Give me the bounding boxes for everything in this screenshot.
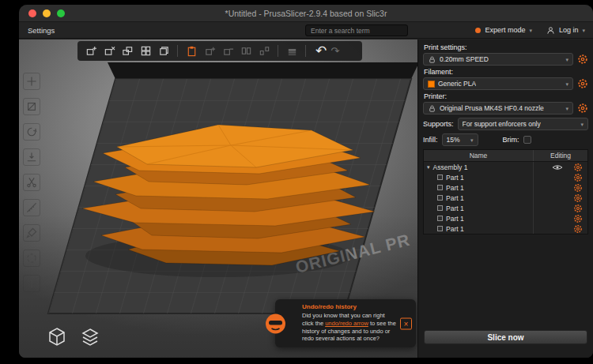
chevron-down-icon: ▾ bbox=[580, 122, 584, 127]
minimize-window-button[interactable] bbox=[43, 9, 51, 17]
place-on-face-tool-icon[interactable] bbox=[23, 148, 40, 166]
toast-text: Did you know that you can right click th… bbox=[302, 312, 397, 343]
cut-tool-icon[interactable] bbox=[23, 174, 40, 191]
gizmo-toolbar bbox=[23, 73, 40, 292]
chevron-down-icon: ▾ bbox=[565, 57, 568, 62]
filament-select[interactable]: Generic PLA ▾ bbox=[423, 77, 573, 90]
infill-select[interactable]: 15% ▾ bbox=[442, 133, 478, 146]
print-settings-select[interactable]: 0.20mm SPEED ▾ bbox=[423, 53, 573, 66]
editing-column-header: Editing bbox=[533, 150, 587, 161]
undo-button[interactable]: ↶ bbox=[315, 44, 327, 58]
top-toolbar: ↶ ↷ bbox=[77, 41, 362, 61]
login-button[interactable]: Log in ▾ bbox=[546, 26, 585, 35]
row-gear-icon[interactable] bbox=[573, 224, 583, 234]
chevron-down-icon: ▾ bbox=[470, 137, 474, 143]
slice-now-button[interactable]: Slice now bbox=[424, 330, 587, 344]
app-window: *Untitled - PrusaSlicer-2.9.4 based on S… bbox=[19, 5, 593, 358]
text-tool-icon[interactable] bbox=[23, 275, 40, 292]
viewport-3d[interactable]: ORIGINAL PR bbox=[19, 39, 417, 358]
object-row-part[interactable]: Part 1 bbox=[424, 223, 587, 234]
filament-label: Filament: bbox=[424, 68, 588, 76]
row-label: Part 1 bbox=[446, 194, 464, 202]
print-settings-label: Print settings: bbox=[424, 43, 588, 51]
layers-preview-toggle-icon[interactable] bbox=[77, 325, 103, 350]
toast-close-button[interactable]: × bbox=[400, 317, 412, 329]
zoom-window-button[interactable] bbox=[57, 9, 65, 17]
infill-value: 15% bbox=[447, 136, 460, 144]
delete-all-button[interactable] bbox=[120, 44, 134, 58]
object-row-part[interactable]: Part 1 bbox=[424, 213, 587, 223]
add-instance-button[interactable] bbox=[202, 44, 217, 58]
delete-object-button[interactable] bbox=[102, 44, 116, 58]
row-gear-icon[interactable] bbox=[573, 163, 583, 172]
view-toggles bbox=[44, 325, 103, 350]
toast-title: Undo/redo history bbox=[302, 303, 397, 310]
measure-tool-icon[interactable] bbox=[23, 199, 40, 216]
undo-redo-arrow-link[interactable]: undo/redo arrow bbox=[325, 320, 368, 327]
rotate-tool-icon[interactable] bbox=[23, 123, 40, 141]
object-row-part[interactable]: Part 1 bbox=[424, 182, 587, 193]
name-column-header: Name bbox=[424, 152, 533, 159]
traffic-lights bbox=[28, 9, 65, 17]
login-label: Log in bbox=[559, 26, 579, 34]
chevron-down-icon: ▾ bbox=[582, 28, 585, 33]
arrange-button[interactable] bbox=[138, 44, 153, 58]
search-input[interactable] bbox=[305, 24, 408, 36]
remove-instance-button[interactable] bbox=[221, 44, 235, 58]
object-row-assembly[interactable]: ▾ Assembly 1 bbox=[424, 162, 587, 172]
row-gear-icon[interactable] bbox=[573, 173, 583, 182]
titlebar: *Untitled - PrusaSlicer-2.9.4 based on S… bbox=[19, 5, 593, 22]
lock-icon bbox=[428, 104, 436, 113]
row-gear-icon[interactable] bbox=[573, 214, 583, 223]
row-gear-icon[interactable] bbox=[573, 183, 583, 193]
row-gear-icon[interactable] bbox=[573, 204, 583, 213]
support-paint-tool-icon[interactable] bbox=[23, 224, 40, 242]
part-cube-icon bbox=[437, 226, 443, 231]
edit-printer-gear-icon[interactable] bbox=[577, 103, 588, 114]
3d-view-toggle-icon[interactable] bbox=[44, 325, 70, 350]
split-objects-button[interactable] bbox=[239, 44, 253, 58]
object-row-part[interactable]: Part 1 bbox=[424, 203, 587, 213]
prusa-hint-icon bbox=[265, 313, 286, 334]
part-cube-icon bbox=[437, 185, 443, 190]
paste-button[interactable] bbox=[184, 44, 198, 58]
part-cube-icon bbox=[437, 216, 443, 221]
row-label: Part 1 bbox=[446, 225, 464, 233]
chevron-down-icon: ▾ bbox=[565, 81, 568, 87]
person-icon bbox=[546, 26, 555, 35]
split-parts-button[interactable] bbox=[257, 44, 271, 58]
close-window-button[interactable] bbox=[28, 9, 36, 17]
edit-filament-gear-icon[interactable] bbox=[577, 78, 588, 89]
eye-icon[interactable] bbox=[552, 163, 563, 171]
printer-frame bbox=[108, 62, 417, 79]
expert-mode-label: Expert mode bbox=[485, 26, 525, 34]
supports-label: Supports: bbox=[423, 120, 454, 128]
expander-icon[interactable]: ▾ bbox=[427, 164, 430, 171]
expert-mode-select[interactable]: Expert mode ▾ bbox=[475, 26, 532, 34]
window-title: *Untitled - PrusaSlicer-2.9.4 based on S… bbox=[225, 9, 387, 18]
right-panel: Print settings: 0.20mm SPEED ▾ Filament:… bbox=[417, 39, 593, 358]
object-row-part[interactable]: Part 1 bbox=[424, 193, 587, 203]
part-cube-icon bbox=[437, 195, 443, 201]
chevron-down-icon: ▾ bbox=[565, 106, 568, 111]
infill-label: Infill: bbox=[423, 136, 438, 144]
seam-paint-tool-icon[interactable] bbox=[23, 250, 40, 267]
brim-checkbox[interactable] bbox=[523, 136, 531, 144]
printer-label: Printer: bbox=[424, 92, 588, 100]
redo-button[interactable]: ↷ bbox=[330, 46, 339, 56]
scale-tool-icon[interactable] bbox=[23, 98, 40, 115]
add-object-button[interactable] bbox=[84, 44, 98, 58]
row-label: Part 1 bbox=[446, 184, 464, 192]
row-gear-icon[interactable] bbox=[573, 193, 583, 203]
supports-select[interactable]: For support enforcers only ▾ bbox=[458, 118, 588, 130]
supports-value: For support enforcers only bbox=[463, 120, 541, 128]
printer-select[interactable]: Original Prusa MK4S HF0.4 nozzle ▾ bbox=[423, 102, 573, 114]
notification-toast: Undo/redo history Did you know that you … bbox=[275, 299, 416, 347]
filament-value: Generic PLA bbox=[438, 80, 476, 88]
copy-button[interactable] bbox=[157, 44, 171, 58]
edit-print-settings-gear-icon[interactable] bbox=[577, 54, 588, 65]
object-row-part[interactable]: Part 1 bbox=[424, 172, 587, 182]
settings-tab[interactable]: Settings bbox=[28, 26, 55, 35]
layer-height-button[interactable] bbox=[285, 44, 299, 58]
move-tool-icon[interactable] bbox=[23, 73, 40, 90]
